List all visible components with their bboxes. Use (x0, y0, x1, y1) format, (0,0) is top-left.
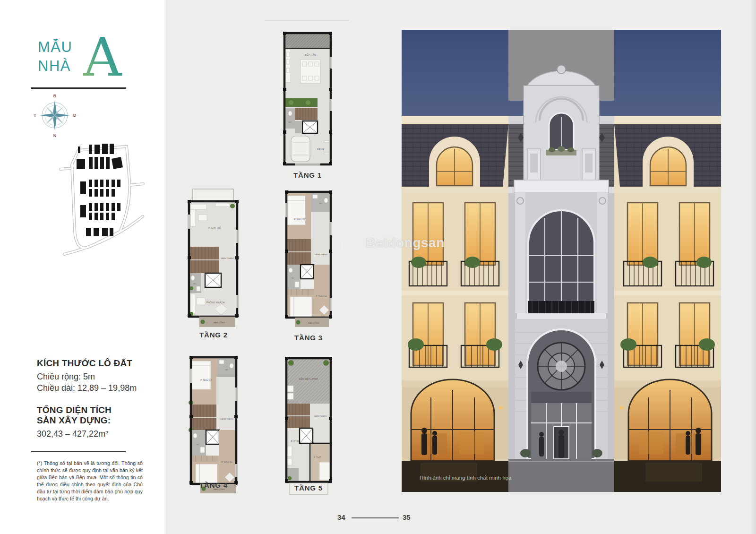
floor-label-4: TẦNG 4 (187, 481, 240, 489)
worship-room: P. THỜ (310, 443, 331, 482)
wardrobe (286, 289, 314, 295)
floor-label-2: TẦNG 2 (185, 331, 242, 339)
bed-3 (192, 361, 211, 389)
page-title: MẪU NHÀ (38, 38, 72, 76)
room-label-gym: P. GYM (291, 440, 299, 443)
room-label-stair-hall: SẢNH THANG (314, 415, 326, 417)
room-label-laundry: SÂN GIẶT + PHƠI (299, 378, 318, 380)
page-edge-shadow (750, 0, 756, 534)
featured-unit (508, 30, 614, 492)
staircase (286, 404, 310, 428)
bed-2 (290, 297, 312, 318)
area-value: 302,43 – 427,22m² (37, 429, 148, 439)
watermark: Batdongsan (340, 233, 445, 253)
room-label-wc: WC (289, 121, 292, 123)
wc-room-2: WC (286, 265, 301, 289)
side-building (402, 116, 508, 492)
compass-north-label: B (53, 94, 57, 98)
room-label-wc2: WC (197, 444, 200, 446)
site-locator-map (33, 137, 146, 258)
room-label-balcony: BAN CÔNG (308, 322, 319, 324)
watermark-house-icon (340, 233, 361, 253)
room-label-stair-hall: SẢNH THANG (220, 418, 233, 420)
staircase (189, 247, 219, 273)
room-label-bedroom1: P. NGỦ 01 (294, 218, 305, 221)
floor-label-3: TẦNG 3 (283, 334, 335, 342)
car (291, 136, 310, 162)
page-title-line1: MẪU (38, 38, 72, 57)
room-label-wc: WC (193, 283, 197, 285)
lot-length: Chiều dài: 12,89 – 19,98m (37, 383, 148, 393)
page-number-divider (352, 517, 399, 518)
compass-west-label: T (34, 113, 36, 118)
room-label-balcony: BAN CÔNG (214, 321, 225, 324)
compass-east-label: Đ (73, 113, 77, 118)
elevator-shaft (300, 428, 313, 443)
page-number-right: 35 (403, 513, 411, 521)
area-title-line1: TỔNG DIỆN TÍCH (37, 405, 148, 415)
room-label-entertainment: P. GIẢI TRÍ (208, 226, 221, 229)
room-label-worship: P. THỜ (314, 456, 322, 459)
model-letter-text: A (83, 26, 122, 88)
title-divider (31, 87, 126, 89)
room-label-bedroom2: P. NGỦ 02 (316, 294, 327, 297)
lot-size-title: KÍCH THƯỚC LÔ ĐẤT (37, 358, 148, 369)
plan-overhang-line (265, 20, 349, 21)
area-title-line2: SÀN XÂY DỰNG: (37, 415, 148, 426)
balcony: BAN CÔNG (295, 318, 329, 327)
room-label-bedroom3: P. NGỦ 03 (200, 379, 212, 381)
watermark-text: Batdongsan (366, 235, 445, 250)
room-label-wc1: WC (319, 203, 323, 205)
page-title-line2: NHÀ (38, 57, 72, 76)
elevator-shaft (302, 121, 318, 133)
floorplan-tang-1: BẾP + ĂN WC ĐỂ XE (281, 28, 335, 169)
staircase (191, 405, 216, 430)
elevator-shaft (206, 430, 219, 444)
floor-label-5: TẦNG 5 (283, 484, 335, 492)
elevator-shaft (205, 273, 221, 287)
lot-width: Chiều rộng: 5m (37, 372, 148, 382)
page-gutter-shadow (164, 0, 168, 534)
kitchen-counter (285, 49, 291, 82)
facade-rendering: Hình ảnh chỉ mang tính chất minh họa (402, 30, 721, 492)
photo-caption: Hình ảnh chỉ mang tính chất minh họa (420, 475, 512, 481)
wardrobe (191, 456, 218, 462)
wc-room: WC (285, 108, 295, 129)
model-letter-badge: A (72, 25, 133, 88)
floorplan-tang-3: WC P. NGỦ 01 SẢNH THANG WC (283, 189, 335, 331)
dining-table (301, 60, 320, 83)
wc-room-2: WC (191, 430, 206, 456)
floorplan-tang-4: WC P. NGỦ 03 SẢNH THANG WC (187, 355, 240, 499)
footnote-divider (31, 451, 126, 452)
room-label-kitchen: BẾP + ĂN (305, 53, 316, 56)
lot-specs: KÍCH THƯỚC LÔ ĐẤT Chiều rộng: 5m Chiều d… (37, 358, 148, 440)
elevator-shaft (301, 265, 314, 279)
room-label-wc1: WC (225, 369, 229, 371)
floorplan-tang-5: SÂN GIẶT + PHƠI SẢNH THANG P. GYM P. THỜ (283, 356, 335, 497)
page-number-left: 34 (337, 513, 345, 521)
floorplan-tang-2: P. GIẢI TRÍ SẢNH THANG WC PHÒNG KHÁCH (185, 187, 242, 330)
room-label-bedroom4: P. NGỦ 04 (221, 461, 232, 464)
room-label-stair-hall: SẢNH THANG (314, 253, 327, 256)
compass-rose: B Đ N T (31, 93, 78, 138)
footnote: (*) Thông số tại bản vẽ là tương đối. Th… (37, 460, 143, 502)
room-label-garage: ĐỂ XE (317, 148, 325, 151)
brochure-page: MẪU NHÀ A B Đ N T (0, 0, 756, 534)
room-label-living: PHÒNG KHÁCH (206, 301, 225, 304)
compass-star (40, 100, 70, 130)
room-label-wc2: WC (292, 277, 295, 279)
ramp (295, 108, 318, 120)
room-label-stair-hall: SẢNH THANG (221, 257, 233, 259)
floor-label-1: TẦNG 1 (281, 171, 335, 179)
staircase (286, 239, 311, 265)
balcony: BAN CÔNG (199, 317, 235, 327)
